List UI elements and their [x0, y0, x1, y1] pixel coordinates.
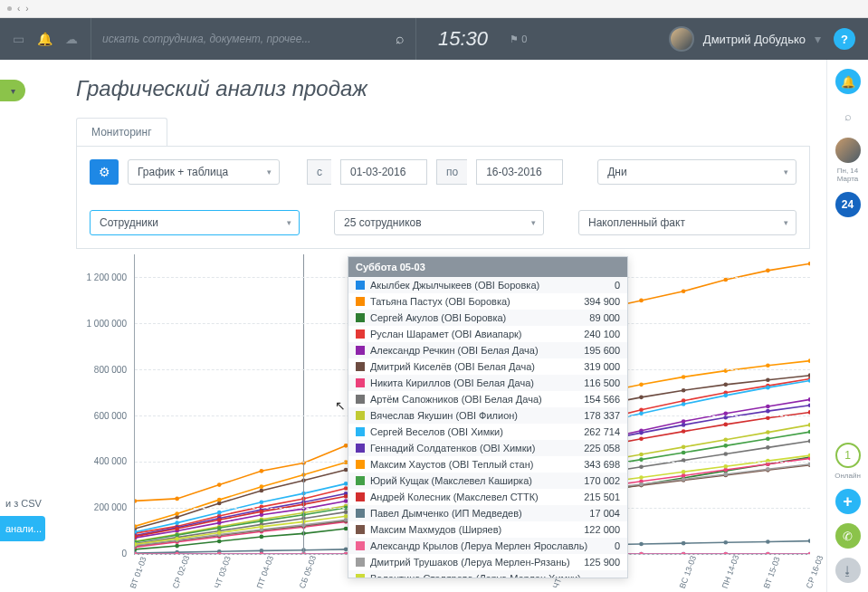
- x-tick: ПТ 04-03: [255, 555, 275, 590]
- tooltip-row: Александр Крылов (Леруа Мерлен Ярославль…: [348, 538, 627, 554]
- svg-point-320: [723, 464, 728, 469]
- rail-bell-icon[interactable]: 🔔: [835, 69, 861, 94]
- svg-point-168: [766, 386, 770, 390]
- x-tick: ЧТ 03-03: [213, 555, 233, 589]
- svg-point-83: [766, 405, 770, 409]
- sidebar-item-other[interactable]: [0, 541, 45, 556]
- global-search[interactable]: ⌕: [91, 18, 416, 60]
- sidebar-item-csv[interactable]: и з CSV: [0, 491, 45, 516]
- svg-point-303: [723, 473, 728, 477]
- svg-point-84: [808, 397, 810, 402]
- tooltip-row: Максим Хаустов (OBI Теплый стан)343 698: [348, 456, 627, 473]
- svg-point-200: [682, 375, 686, 379]
- svg-point-203: [808, 358, 810, 363]
- svg-point-134: [766, 445, 770, 450]
- period-select[interactable]: Дни: [597, 159, 796, 185]
- svg-point-150: [723, 437, 728, 442]
- svg-point-304: [766, 467, 770, 472]
- rail-badge[interactable]: 24: [835, 192, 861, 217]
- x-tick: ВТ 15-03: [762, 556, 782, 590]
- svg-point-186: [808, 403, 810, 407]
- chart-tooltip: Суббота 05-03 Акылбек Джылчыкеев (OBI Бо…: [348, 256, 628, 578]
- tab-monitoring[interactable]: Мониторинг: [76, 118, 167, 146]
- svg-point-206: [217, 526, 222, 530]
- svg-point-18: [175, 497, 179, 501]
- svg-point-223: [217, 518, 222, 522]
- user-menu[interactable]: Дмитрий Добудько ▾: [669, 26, 821, 52]
- svg-point-219: [766, 436, 770, 441]
- svg-point-148: [639, 453, 644, 457]
- sidebar-item-active[interactable]: анали...: [0, 516, 45, 541]
- svg-point-307: [175, 537, 179, 541]
- svg-point-20: [260, 469, 264, 473]
- rail-date: Пн, 14 Марта: [827, 167, 868, 183]
- tooltip-row: Геннадий Солдатенков (OBI Химки)225 058: [348, 440, 627, 456]
- search-input[interactable]: [102, 33, 396, 45]
- help-button[interactable]: ?: [834, 28, 855, 50]
- svg-point-183: [682, 423, 686, 427]
- svg-point-189: [217, 498, 222, 502]
- cloud-icon[interactable]: ☁: [65, 32, 78, 46]
- rail-search-icon[interactable]: ⌕: [835, 103, 861, 129]
- x-tick: ВТ 01-03: [129, 556, 148, 590]
- download-button[interactable]: ⭳: [835, 558, 861, 583]
- svg-point-251: [682, 541, 686, 546]
- svg-point-36: [217, 539, 222, 544]
- tooltip-row: Акылбек Джылчыкеев (OBI Боровка)0: [348, 277, 627, 293]
- svg-point-218: [723, 444, 728, 448]
- svg-point-237: [808, 410, 810, 415]
- svg-point-250: [639, 542, 644, 547]
- svg-point-222: [175, 527, 179, 531]
- svg-point-131: [639, 464, 644, 469]
- tooltip-row: Вячеслав Якушин (OBI Филион)178 337: [348, 407, 627, 424]
- user-name: Дмитрий Добудько: [703, 33, 806, 46]
- svg-point-30: [682, 289, 686, 293]
- x-tick: ВС 13-03: [678, 554, 698, 589]
- svg-point-17: [135, 499, 137, 503]
- svg-point-234: [682, 429, 686, 434]
- search-icon[interactable]: ⌕: [396, 31, 405, 47]
- svg-point-319: [682, 470, 686, 474]
- svg-point-151: [766, 430, 770, 434]
- svg-point-37: [260, 535, 264, 539]
- svg-point-207: [260, 519, 264, 523]
- settings-button[interactable]: ⚙: [90, 159, 119, 185]
- notification-flag[interactable]: ⚑ 0: [510, 33, 527, 45]
- tooltip-row: Андрей Колесник (Макслевел СТТК)215 501: [348, 489, 627, 505]
- svg-point-154: [175, 520, 179, 525]
- tooltip-row: Артём Сапожников (OBI Белая Дача)154 566: [348, 391, 627, 407]
- add-button[interactable]: +: [835, 489, 861, 514]
- date-to[interactable]: 16-03-2016: [476, 159, 563, 185]
- date-from[interactable]: 01-03-2016: [340, 159, 427, 185]
- tooltip-row: Павел Дымченко (ИП Медведев)17 004: [348, 505, 627, 521]
- tooltip-row: Дмитрий Трушаков (Леруа Мерлен-Рязань)12…: [348, 554, 627, 570]
- svg-point-199: [639, 383, 644, 387]
- svg-point-35: [175, 544, 179, 549]
- sidebar-toggle[interactable]: [0, 80, 25, 101]
- svg-point-167: [723, 394, 728, 398]
- app-header: ▭ 🔔 ☁ ⌕ 15:30 ⚑ 0 Дмитрий Добудько ▾ ?: [0, 18, 868, 60]
- svg-point-29: [639, 299, 644, 303]
- gear-icon: ⚙: [99, 165, 110, 179]
- bell-icon[interactable]: 🔔: [37, 32, 52, 46]
- svg-point-309: [260, 525, 264, 530]
- svg-point-185: [766, 409, 770, 414]
- svg-point-101: [808, 373, 810, 377]
- svg-point-32: [766, 269, 770, 273]
- view-mode-select[interactable]: График + таблица: [128, 159, 280, 185]
- call-button[interactable]: ✆: [835, 523, 861, 549]
- rail-avatar[interactable]: [835, 138, 861, 163]
- count-select[interactable]: 25 сотрудников: [334, 210, 544, 235]
- metric-select[interactable]: Накопленный факт: [578, 210, 796, 235]
- subject-select[interactable]: Сотрудники: [90, 210, 300, 235]
- activity-rail: 🔔 ⌕ Пн, 14 Марта 24 1 Онлайн + ✆ ⭳: [826, 60, 868, 592]
- filter-panel: ⚙ График + таблица с 01-03-2016 по 16-03…: [76, 147, 810, 249]
- to-label: по: [436, 159, 467, 185]
- svg-point-205: [175, 533, 179, 538]
- svg-point-99: [723, 383, 728, 387]
- svg-point-100: [766, 377, 770, 382]
- tooltip-row: Дмитрий Киселёв (OBI Белая Дача)319 000: [348, 358, 627, 375]
- online-count[interactable]: 1: [835, 443, 861, 468]
- chat-icon[interactable]: ▭: [13, 32, 24, 46]
- svg-point-253: [766, 539, 770, 544]
